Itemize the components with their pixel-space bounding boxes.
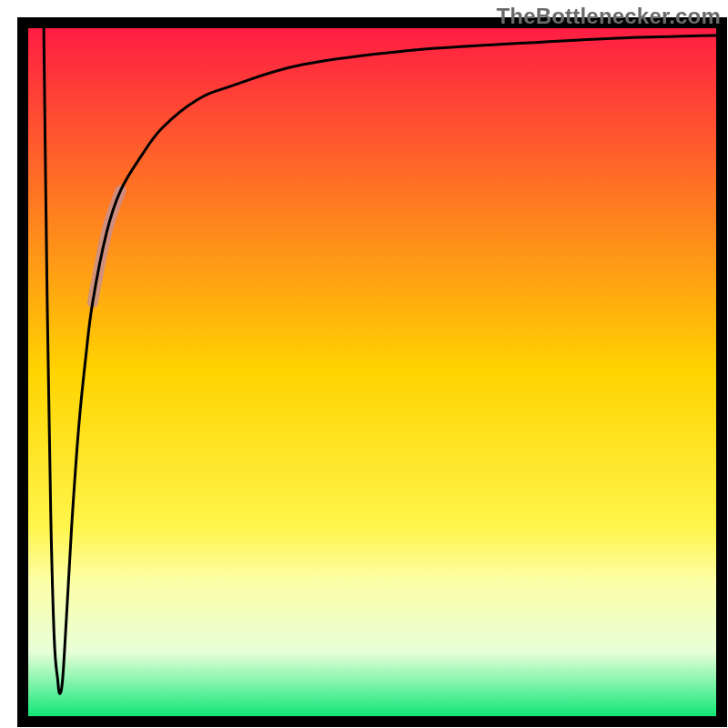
watermark-label: TheBottleneсker.com: [496, 4, 721, 29]
gradient-background: [23, 23, 722, 722]
chart-svg: [0, 0, 728, 728]
chart-container: TheBottleneсker.com: [0, 0, 728, 728]
